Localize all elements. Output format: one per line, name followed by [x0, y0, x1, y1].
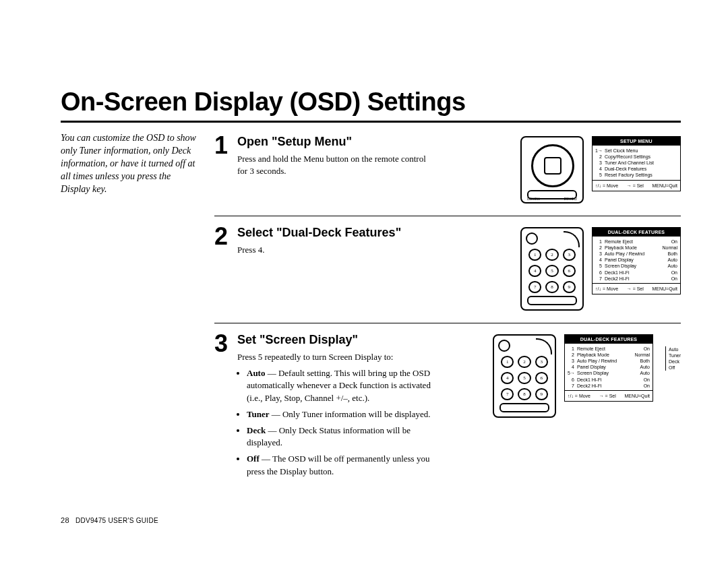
osd-row: 2Playback ModeNormal — [595, 245, 677, 251]
remote-diagram: DECK1 DECK2 — [520, 136, 584, 204]
osd-header: DUAL-DECK FEATURES — [593, 228, 680, 237]
step-1: 1 Open "Setup Menu" Press and hold the M… — [214, 132, 681, 216]
sidepanel-option: Tuner — [669, 352, 681, 358]
osd-row: 2Copy/Record Settings — [595, 154, 677, 160]
step-text: Press and hold the Menu button on the re… — [237, 153, 433, 177]
title-rule — [61, 121, 681, 123]
step-2: 2 Select "Dual-Deck Features" Press 4. 1… — [214, 216, 681, 323]
step-number: 3 — [214, 332, 237, 356]
osd-nav-quit: MENU=Quit — [652, 286, 677, 292]
osd-row: 3Tuner And Channel List — [595, 160, 677, 166]
remote-diagram: 123456789 — [493, 334, 556, 418]
osd-nav-sel: → = Sel — [627, 183, 644, 189]
page-title: On-Screen Display (OSD) Settings — [61, 88, 681, 117]
page-number: 28 — [61, 516, 69, 524]
osd-row: 1Remote EjectOn — [568, 346, 650, 352]
osd-row: 4Panel DisplayAuto — [568, 364, 650, 370]
osd-header: DUAL-DECK FEATURES — [565, 335, 653, 344]
osd-row: 2Playback ModeNormal — [568, 352, 650, 358]
deck1-label: DECK1 — [527, 197, 540, 201]
deck2-label: DECK2 — [564, 197, 577, 201]
sidepanel-option: Off — [669, 365, 681, 371]
step-body: Open "Setup Menu" Press and hold the Men… — [237, 132, 441, 177]
step-illustration: DECK1 DECK2 SETUP MENU 1→Set Clock Menu2… — [441, 136, 681, 204]
content-columns: You can customize the OSD to show only T… — [61, 132, 681, 494]
osd-nav-move: ↑/↓ = Move — [568, 393, 590, 399]
remote-diagram: 123456789 — [520, 227, 584, 311]
osd-header: SETUP MENU — [593, 137, 680, 146]
step-title: Set "Screen Display" — [237, 333, 433, 347]
page-footer: 28 DDV9475 USER'S GUIDE — [61, 516, 158, 524]
manual-page: On-Screen Display (OSD) Settings You can… — [0, 0, 728, 562]
osd-row: 4Panel DisplayAuto — [595, 257, 677, 263]
osd-row: 1Remote EjectOn — [595, 239, 677, 245]
step-body: Select "Dual-Deck Features" Press 4. — [237, 223, 441, 256]
step-illustration: 123456789 DUAL-DECK FEATURES 1Remote Eje… — [441, 334, 681, 418]
option-sidepanel: AutoTunerDeckOff — [665, 346, 681, 371]
option-item: Off — The OSD will be off permanently un… — [247, 453, 433, 477]
step-text: Press 4. — [237, 244, 433, 256]
osd-row: 7Deck2 Hi-FiOn — [595, 276, 677, 282]
step-number: 1 — [214, 133, 237, 158]
step-illustration: 123456789 DUAL-DECK FEATURES 1Remote Eje… — [441, 227, 681, 311]
osd-row: 6Deck1 Hi-FiOn — [595, 270, 677, 276]
option-item: Tuner — Only Tuner information will be d… — [247, 408, 433, 420]
osd-dual-deck-hl: DUAL-DECK FEATURES 1Remote EjectOn2Playb… — [564, 334, 653, 402]
steps-column: 1 Open "Setup Menu" Press and hold the M… — [214, 132, 681, 494]
step-text: Press 5 repeatedly to turn Screen Displa… — [237, 351, 433, 478]
osd-row: 3Auto Play / RewindBoth — [568, 358, 650, 364]
step-number: 2 — [214, 224, 237, 249]
osd-row: 6Deck1 Hi-FiOn — [568, 377, 650, 383]
option-item: Deck — Only Deck Status information will… — [247, 425, 433, 449]
osd-nav-quit: MENU=Quit — [652, 183, 677, 189]
step-title: Select "Dual-Deck Features" — [237, 226, 433, 240]
osd-nav-move: ↑/↓ = Move — [595, 286, 618, 292]
osd-dual-deck: DUAL-DECK FEATURES 1Remote EjectOn2Playb… — [592, 227, 681, 294]
osd-nav-sel: → = Sel — [599, 393, 616, 399]
osd-row: 7Deck2 Hi-FiOn — [568, 383, 650, 389]
step-3: 3 Set "Screen Display" Press 5 repeatedl… — [214, 323, 681, 494]
osd-row: 5Screen DisplayAuto — [595, 263, 677, 269]
osd-setup-menu: SETUP MENU 1→Set Clock Menu2Copy/Record … — [592, 136, 681, 191]
step-intro: Press 5 repeatedly to turn Screen Displa… — [237, 352, 393, 362]
sidepanel-option: Auto — [669, 346, 681, 352]
step-title: Open "Setup Menu" — [237, 135, 433, 149]
option-item: Auto — Default setting. This will bring … — [247, 367, 433, 404]
osd-row: 3Auto Play / RewindBoth — [595, 251, 677, 257]
option-list: Auto — Default setting. This will bring … — [247, 367, 433, 478]
osd-row: 1→Set Clock Menu — [595, 148, 677, 154]
osd-nav-quit: MENU=Quit — [624, 393, 650, 399]
osd-row: 5Reset Factory Settings — [595, 172, 677, 178]
guide-name: DDV9475 USER'S GUIDE — [75, 517, 158, 524]
osd-row: 4Dual-Deck Features — [595, 166, 677, 172]
step-body: Set "Screen Display" Press 5 repeatedly … — [237, 330, 441, 482]
sidebar-note: You can customize the OSD to show only T… — [61, 132, 214, 195]
osd-nav-sel: → = Sel — [627, 286, 644, 292]
sidepanel-option: Deck — [669, 358, 681, 365]
osd-nav-move: ↑/↓ = Move — [595, 183, 618, 189]
osd-row: 5→Screen DisplayAuto — [568, 370, 650, 376]
